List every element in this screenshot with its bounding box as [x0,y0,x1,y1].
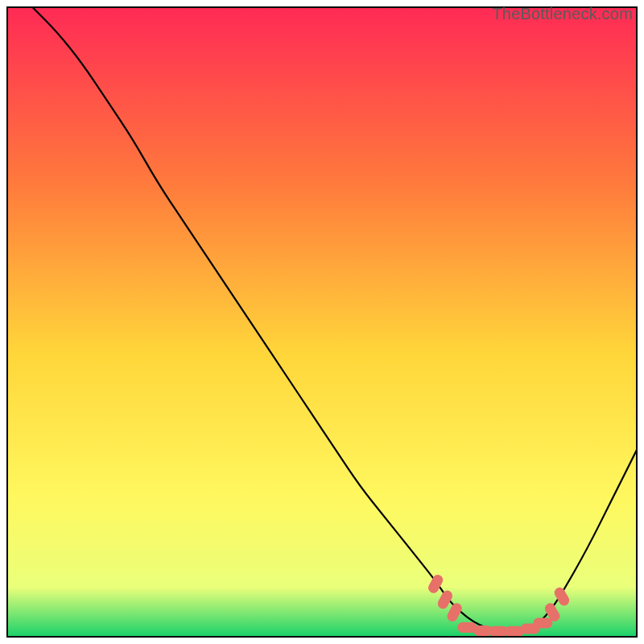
chart-container [6,6,638,638]
watermark-text: TheBottleneck.com [492,5,633,23]
gradient-background [6,6,638,638]
bottleneck-chart [6,6,638,638]
highlight-dot [533,617,552,628]
